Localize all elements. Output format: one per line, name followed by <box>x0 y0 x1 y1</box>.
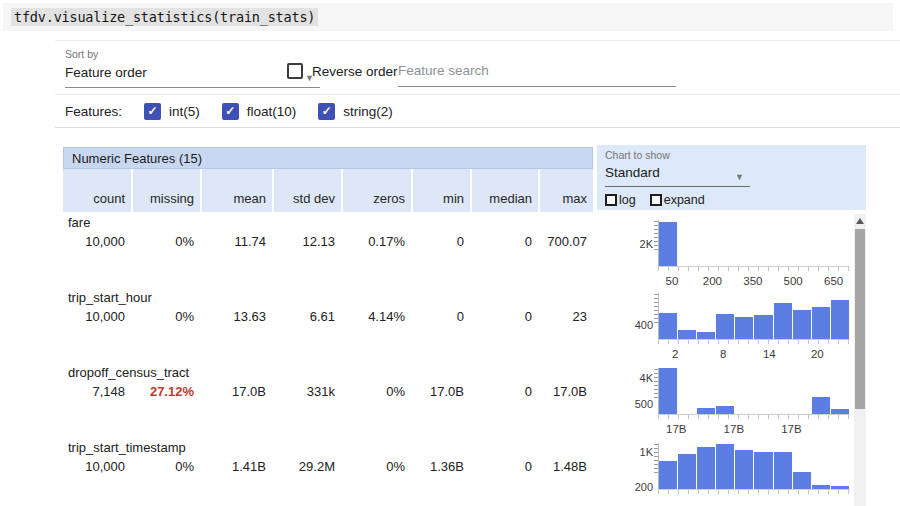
chart-to-show-panel: Chart to show Standard ▼ log expand <box>597 145 866 210</box>
feature-name: trip_start_timestamp <box>63 437 593 455</box>
x-axis-labels <box>658 498 850 506</box>
cell-count: 10,000 <box>63 459 131 474</box>
sort-by-value: Feature order <box>65 65 147 80</box>
cell-zeros: 0% <box>341 384 411 399</box>
cell-zeros: 0% <box>341 459 411 474</box>
chart-type-value: Standard <box>605 165 660 180</box>
scroll-up-button[interactable] <box>854 214 866 228</box>
log-label: log <box>619 193 636 207</box>
header-stddev: std dev <box>272 169 341 212</box>
sort-by-select[interactable]: Sort by Feature order ▼ <box>65 48 320 88</box>
y-axis-labels: 2K <box>630 220 656 267</box>
code-cell[interactable]: tfdv.visualize_statistics(train_stats) <box>3 3 893 31</box>
cell-min: 0 <box>411 309 470 324</box>
header-count: count <box>63 169 131 212</box>
y-axis-labels: 4K500 <box>630 368 656 415</box>
tfdv-statistics-widget: tfdv.visualize_statistics(train_stats) S… <box>0 0 900 506</box>
numeric-features-table: Numeric Features (15) count missing mean… <box>63 147 593 506</box>
cell-stddev: 6.61 <box>272 309 341 324</box>
chart-to-show-label: Chart to show <box>605 149 858 161</box>
x-axis-ticks <box>658 490 850 494</box>
table-header-row: count missing mean std dev zeros min med… <box>63 169 593 212</box>
header-max: max <box>538 169 593 212</box>
header-missing: missing <box>131 169 200 212</box>
float-checkbox[interactable]: ✓ <box>222 103 239 120</box>
cell-missing: 0% <box>131 309 200 324</box>
code-text: tfdv.visualize_statistics(train_stats) <box>11 8 318 26</box>
reverse-order-checkbox[interactable] <box>287 63 303 79</box>
cell-min: 17.0B <box>411 384 470 399</box>
cell-missing: 27.12% <box>131 384 200 399</box>
cell-median: 0 <box>470 234 538 249</box>
histogram-trip-start-hour: 400 281420 <box>630 293 854 363</box>
x-axis-ticks <box>658 340 850 344</box>
table-row: trip_start_hour 10,000 0% 13.63 6.61 4.1… <box>63 287 593 362</box>
string-checkbox[interactable]: ✓ <box>318 103 335 120</box>
int-label: int(5) <box>169 104 200 119</box>
cell-stddev: 29.2M <box>272 459 341 474</box>
histogram-bars <box>658 443 850 490</box>
header-min: min <box>411 169 470 212</box>
vertical-scrollbar[interactable] <box>854 214 866 506</box>
chevron-down-icon: ▼ <box>735 172 744 182</box>
cell-median: 0 <box>470 459 538 474</box>
cell-median: 0 <box>470 309 538 324</box>
features-label: Features: <box>65 104 122 119</box>
histogram-bars <box>658 368 850 415</box>
y-axis-labels: 400 <box>630 293 656 340</box>
cell-mean: 1.41B <box>200 459 272 474</box>
chart-type-select[interactable]: Standard ▼ <box>605 163 750 187</box>
string-label: string(2) <box>343 104 393 119</box>
int-checkbox[interactable]: ✓ <box>144 103 161 120</box>
histogram-fare: 2K 50200350500650 <box>630 220 854 290</box>
header-mean: mean <box>200 169 272 212</box>
cell-max: 1.48B <box>538 459 593 474</box>
cell-mean: 11.74 <box>200 234 272 249</box>
cell-stddev: 12.13 <box>272 234 341 249</box>
histogram-bars <box>658 293 850 340</box>
cell-max: 23 <box>538 309 593 324</box>
header-zeros: zeros <box>341 169 411 212</box>
feature-type-string: ✓ string(2) <box>318 103 393 120</box>
y-axis-labels: 1K200 <box>630 443 656 490</box>
cell-missing: 0% <box>131 234 200 249</box>
cell-count: 10,000 <box>63 234 131 249</box>
table-row: dropoff_census_tract 7,148 27.12% 17.0B … <box>63 362 593 437</box>
sort-row: Sort by Feature order ▼ Reverse order Fe… <box>55 41 900 95</box>
histogram-dropoff-census-tract: 4K500 17B17B17B <box>630 368 854 438</box>
cell-max: 700.07 <box>538 234 593 249</box>
table-row: trip_start_timestamp 10,000 0% 1.41B 29.… <box>63 437 593 506</box>
cell-max: 17.0B <box>538 384 593 399</box>
feature-search-placeholder: Feature search <box>398 63 489 78</box>
expand-checkbox[interactable] <box>650 194 662 206</box>
x-axis-ticks <box>658 415 850 419</box>
histogram-bars <box>658 220 850 267</box>
x-axis-ticks <box>658 267 850 271</box>
cell-mean: 17.0B <box>200 384 272 399</box>
cell-median: 0 <box>470 384 538 399</box>
scrollbar-thumb[interactable] <box>855 229 865 409</box>
cell-count: 10,000 <box>63 309 131 324</box>
sort-by-label: Sort by <box>65 48 320 60</box>
cell-stddev: 331k <box>272 384 341 399</box>
cell-zeros: 0.17% <box>341 234 411 249</box>
log-checkbox[interactable] <box>605 194 617 206</box>
feature-type-float: ✓ float(10) <box>222 103 297 120</box>
cell-min: 0 <box>411 234 470 249</box>
expand-label: expand <box>664 193 705 207</box>
feature-search-input[interactable]: Feature search <box>398 61 676 87</box>
reverse-order-label: Reverse order <box>312 64 398 79</box>
reverse-order-control: Reverse order <box>287 63 398 79</box>
header-median: median <box>470 169 538 212</box>
cell-mean: 13.63 <box>200 309 272 324</box>
cell-count: 7,148 <box>63 384 131 399</box>
histogram-trip-start-timestamp: 1K200 <box>630 443 854 506</box>
feature-name: fare <box>63 212 593 230</box>
float-label: float(10) <box>247 104 297 119</box>
feature-type-int: ✓ int(5) <box>144 103 200 120</box>
feature-types-row: Features: ✓ int(5) ✓ float(10) ✓ string(… <box>55 95 900 128</box>
x-axis-labels: 50200350500650 <box>658 275 850 289</box>
x-axis-labels: 17B17B17B <box>658 423 850 437</box>
controls-section: Sort by Feature order ▼ Reverse order Fe… <box>55 40 900 128</box>
cell-zeros: 4.14% <box>341 309 411 324</box>
